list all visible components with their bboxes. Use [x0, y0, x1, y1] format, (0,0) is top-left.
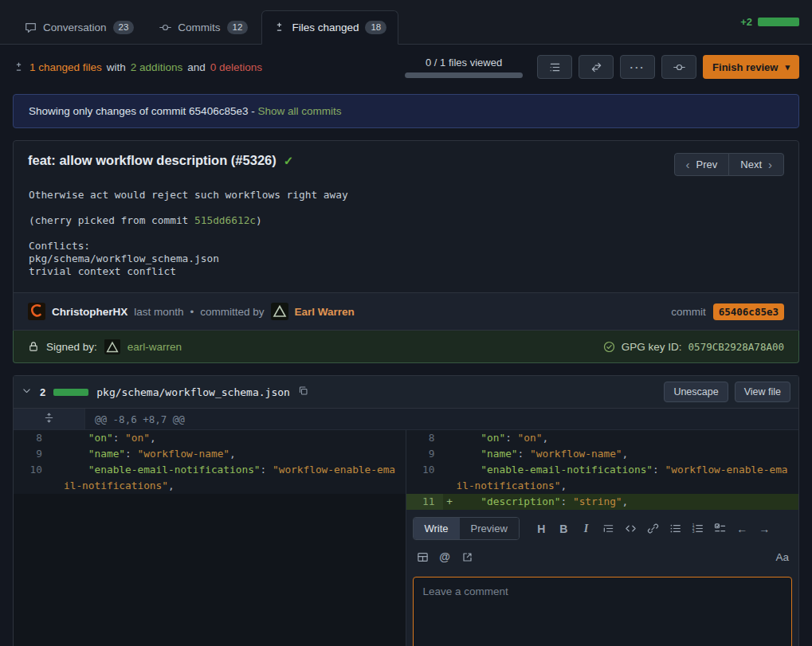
next-commit-button[interactable]: Next › [728, 153, 784, 176]
diff-summary-text: 1 changed files with 2 additions and 0 d… [13, 61, 262, 73]
list-unordered-button[interactable] [665, 519, 685, 538]
commit-body-line: trivial context conflict [29, 265, 783, 278]
commit-label: commit [671, 306, 706, 318]
swap-icon [590, 61, 602, 73]
copy-path-button[interactable] [298, 386, 308, 398]
commit-nav: ‹ Prev Next › [674, 153, 784, 176]
file-tree-button[interactable] [537, 55, 572, 79]
code-line: "description": "string", [457, 494, 799, 510]
pr-tabs: Conversation 23 Commits 12 Files changed… [13, 10, 398, 44]
deletions-count: 0 deletions [210, 61, 262, 73]
finish-review-button[interactable]: Finish review ▾ [703, 55, 799, 79]
unfold-icon [44, 413, 54, 425]
author-avatar[interactable] [28, 303, 45, 320]
unescape-button[interactable]: Unescape [664, 382, 728, 402]
comment-input[interactable] [413, 577, 793, 646]
commit-button[interactable] [661, 55, 696, 79]
quote-button[interactable] [598, 519, 618, 538]
tab-commits[interactable]: Commits 12 [147, 10, 260, 44]
summary-text: with [107, 61, 126, 73]
diff-file-box: 2 pkg/schema/workflow_schema.json Unesca… [13, 375, 799, 646]
file-diffstat-bar [53, 389, 88, 396]
list-unordered-icon [669, 523, 681, 534]
diff-marker [50, 430, 64, 446]
signed-check-icon: ✓ [284, 154, 294, 168]
expand-hunk-button[interactable] [14, 409, 85, 429]
diff-empty-cell [14, 494, 406, 510]
diff-table: 8 "on": "on",8 "on": "on",9 "name": "wor… [14, 430, 798, 510]
kebab-button[interactable]: ··· [620, 55, 655, 79]
commit-icon [673, 61, 685, 73]
line-number[interactable]: 9 [406, 446, 443, 462]
line-number[interactable]: 11 [406, 494, 443, 510]
tab-conversation[interactable]: Conversation 23 [13, 10, 146, 44]
author-name[interactable]: ChristopherHX [52, 306, 127, 318]
copy-icon [298, 386, 308, 398]
collapse-file-button[interactable] [22, 386, 32, 398]
diff-row: 10 "enable-email-notifications": "workfl… [14, 462, 798, 494]
gpg-key-id: 0579CB2928A78A00 [688, 341, 784, 353]
prev-label: Prev [696, 159, 718, 170]
line-number[interactable]: 10 [14, 462, 50, 494]
commit-body-line [29, 227, 783, 240]
line-number[interactable]: 8 [14, 430, 50, 446]
commit-body-text: (cherry picked from commit [29, 214, 194, 226]
font-toggle-button[interactable]: Aa [775, 551, 792, 563]
task-list-icon [714, 523, 726, 534]
italic-button[interactable]: I [576, 519, 596, 538]
list-ordered-icon: 123 [692, 523, 704, 534]
diff-file-header: 2 pkg/schema/workflow_schema.json Unesca… [14, 376, 798, 409]
editor-header: Write Preview HBI123←→ [413, 517, 793, 540]
prev-commit-button[interactable]: ‹ Prev [674, 153, 730, 176]
commit-body-text: Conflicts: [29, 240, 90, 252]
link-button[interactable] [643, 519, 663, 538]
signer-avatar[interactable] [104, 339, 120, 354]
task-list-button[interactable] [710, 519, 730, 538]
bold-button[interactable]: B [554, 519, 574, 538]
separator-dot: • [190, 306, 194, 318]
heading-button[interactable]: H [532, 519, 551, 538]
committed-by-label: committed by [200, 306, 264, 318]
committer-name[interactable]: Earl Warren [295, 306, 355, 318]
commit-filter-banner: Showing only changes of commit 65406c85e… [13, 94, 799, 128]
view-file-button[interactable]: View file [735, 382, 790, 402]
gpg-key-label: GPG key ID: [622, 341, 682, 353]
indent-button[interactable]: → [755, 519, 775, 538]
tab-label: Conversation [43, 22, 107, 33]
indent-icon: → [759, 523, 770, 535]
write-tab[interactable]: Write [414, 518, 460, 539]
line-number[interactable]: 8 [406, 430, 443, 446]
chevron-right-icon: › [768, 159, 772, 170]
swap-button[interactable] [579, 55, 614, 79]
list-ordered-button[interactable]: 123 [688, 519, 708, 538]
file-changes-count: 2 [40, 386, 45, 398]
tab-count-badge: 18 [365, 21, 386, 34]
diff-icon [13, 61, 25, 73]
diff-option-buttons: ··· [537, 55, 696, 79]
line-number[interactable]: 10 [406, 462, 443, 494]
hunk-header: @@ -8,6 +8,7 @@ [85, 409, 798, 429]
link-icon [647, 523, 659, 534]
commit-sha-badge[interactable]: 65406c85e3 [713, 303, 784, 320]
mention-button[interactable]: @ [435, 547, 455, 566]
commit-hash-link[interactable]: 515dd6612c [194, 214, 256, 226]
preview-tab[interactable]: Preview [460, 518, 519, 539]
line-number[interactable]: 9 [14, 446, 50, 462]
files-viewed-label: 0 / 1 files viewed [426, 57, 502, 69]
show-all-commits-link[interactable]: Show all commits [257, 105, 341, 117]
editor-mode-tabs: Write Preview [413, 517, 520, 540]
diff-marker [50, 446, 64, 462]
reference-button[interactable] [457, 547, 477, 566]
code-button[interactable] [621, 519, 641, 538]
file-actions: Unescape View file [664, 382, 790, 402]
commit-header: feat: allow workflow description (#5326)… [14, 141, 798, 184]
commit-body-line: pkg/schema/workflow_schema.json [29, 253, 783, 265]
tab-files-changed[interactable]: Files changed 18 [261, 10, 398, 45]
committer-avatar[interactable] [271, 303, 288, 320]
banner-text: Showing only changes of commit 65406c85e… [29, 105, 255, 117]
changed-files-link[interactable]: 1 changed files [29, 61, 102, 73]
outdent-button[interactable]: ← [732, 519, 752, 538]
commit-body-text: Otherwise act would reject such workflow… [29, 189, 348, 201]
signer-name[interactable]: earl-warren [127, 341, 182, 353]
table-button[interactable] [413, 547, 433, 566]
